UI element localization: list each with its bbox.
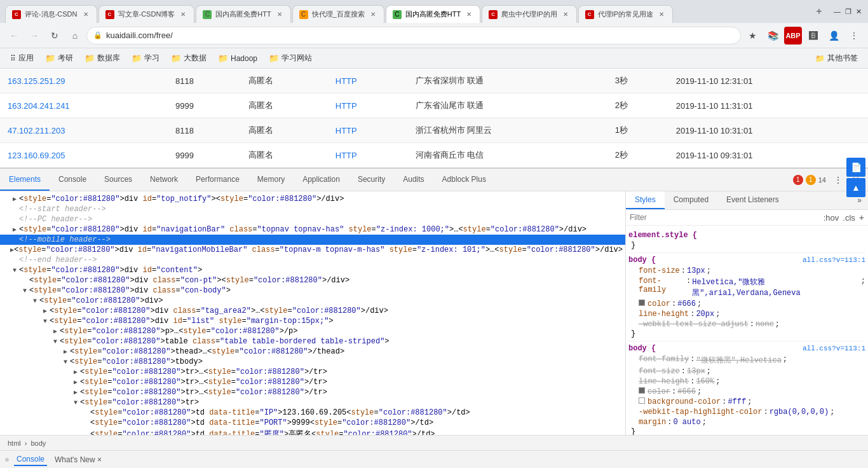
browser-tab-2[interactable]: C 写文章-CSDN博客 ✕ xyxy=(98,5,195,23)
tab-close-button[interactable]: ✕ xyxy=(179,10,187,19)
expand-triangle[interactable] xyxy=(71,389,80,396)
filter-input[interactable] xyxy=(630,213,820,222)
browser-tab-4[interactable]: C 快代理_百度搜索 ✕ xyxy=(292,5,384,23)
expand-triangle[interactable] xyxy=(71,368,80,376)
bookmark-item[interactable]: 📁数据库 xyxy=(79,52,125,65)
styles-tab-styles[interactable]: Styles xyxy=(626,191,665,209)
element-line[interactable]: <style="color:#881280">tr>…<style="color… xyxy=(0,387,625,397)
element-line[interactable]: <style="color:#881280">td data-title="PO… xyxy=(0,418,625,428)
element-line[interactable]: <style="color:#881280">tr> xyxy=(0,397,625,408)
tab-close-button[interactable]: ✕ xyxy=(369,10,377,19)
element-line[interactable]: <style="color:#881280">div class="tag_ar… xyxy=(0,306,625,316)
address-bar[interactable]: 🔒 kuaidaili.com/free/ xyxy=(86,27,741,45)
element-line[interactable]: <style="color:#881280">div id="top_notif… xyxy=(0,194,625,204)
expand-triangle[interactable] xyxy=(10,195,19,203)
devtools-tab-audits[interactable]: Audits xyxy=(394,169,433,191)
tab-close-button[interactable]: ✕ xyxy=(657,10,666,19)
bookmark-item[interactable]: ⠿应用 xyxy=(5,52,39,65)
scroll-to-top-button[interactable]: 📄 xyxy=(846,158,865,177)
element-line[interactable]: <style="color:#881280">tbody> xyxy=(0,357,625,367)
tab-close-button[interactable]: ✕ xyxy=(561,10,570,19)
devtools-tab-network[interactable]: Network xyxy=(141,169,187,191)
back-button[interactable]: ← xyxy=(5,27,23,45)
tab-close-button[interactable]: ✕ xyxy=(275,10,284,19)
ip-cell[interactable]: 123.160.69.205 xyxy=(0,143,168,168)
console-tab-0[interactable]: Console xyxy=(14,453,47,466)
filter-plus-button[interactable]: + xyxy=(859,212,864,223)
bookmark-star-button[interactable]: ★ xyxy=(743,27,761,45)
ip-cell[interactable]: 163.125.251.29 xyxy=(0,69,168,93)
devtools-tab-memory[interactable]: Memory xyxy=(248,169,294,191)
element-line[interactable]: <style="color:#881280">td data-title="匿度… xyxy=(0,428,625,435)
expand-triangle[interactable] xyxy=(71,399,80,406)
browser-tab-5[interactable]: C 国内高匿免费HTT ✕ xyxy=(386,5,480,23)
color-swatch[interactable] xyxy=(639,299,645,306)
browser-tab-7[interactable]: C 代理IP的常见用途 ✕ xyxy=(578,5,673,23)
tab-close-button[interactable]: ✕ xyxy=(81,10,90,19)
element-line[interactable]: <style="color:#881280">td data-title="IP… xyxy=(0,408,625,418)
styles-tab-event-listeners[interactable]: Event Listeners xyxy=(717,191,788,209)
bookmark-other[interactable]: 📁其他书签 xyxy=(810,52,863,65)
element-line[interactable]: <style="color:#881280">p>…<style="color:… xyxy=(0,326,625,336)
style-source-link[interactable]: all.css?v=113:1 xyxy=(803,256,865,264)
elements-content[interactable]: <style="color:#881280">div id="top_notif… xyxy=(0,191,625,435)
browser-tab-6[interactable]: C 爬虫中代理IP的用 ✕ xyxy=(482,5,576,23)
bookmark-item[interactable]: 📁学习网站 xyxy=(264,52,317,65)
bookmark-list-button[interactable]: 📚 xyxy=(764,27,782,45)
element-line[interactable]: <!--start header--> xyxy=(0,204,625,214)
devtools-more-button[interactable]: ⋮ xyxy=(830,172,846,188)
expand-triangle[interactable] xyxy=(41,318,50,325)
element-line[interactable]: <style="color:#881280">div class="con-bo… xyxy=(0,286,625,296)
ip-cell[interactable]: 47.102.211.203 xyxy=(0,118,168,143)
element-line[interactable]: <style="color:#881280">tr>…<style="color… xyxy=(0,367,625,377)
expand-triangle[interactable] xyxy=(20,287,29,294)
element-line[interactable]: <!--PC header--> xyxy=(0,214,625,224)
new-tab-button[interactable]: + xyxy=(810,3,828,20)
browser-tab-3[interactable]: C 国内高匿免费HTT ✕ xyxy=(196,5,290,23)
devtools-tab-elements[interactable]: Elements xyxy=(0,169,50,191)
color-swatch[interactable] xyxy=(639,397,645,404)
expand-triangle[interactable] xyxy=(10,226,19,233)
bookmark-item[interactable]: 📁学习 xyxy=(126,52,165,65)
element-line[interactable]: <!--end header--> xyxy=(0,255,625,265)
expand-triangle[interactable] xyxy=(71,378,80,386)
browser-tab-1[interactable]: C 评论-消息-CSDN ✕ xyxy=(5,5,97,23)
expand-triangle[interactable] xyxy=(31,298,39,305)
forward-button[interactable]: → xyxy=(25,27,43,45)
expand-triangle[interactable] xyxy=(61,359,70,366)
filter-cls-button[interactable]: .cls xyxy=(843,213,855,223)
bookmark-item[interactable]: 📁Hadoop xyxy=(213,52,262,64)
bookmark-item[interactable]: 📁考研 xyxy=(40,52,78,65)
ip-cell[interactable]: 163.204.241.241 xyxy=(0,93,168,118)
home-button[interactable]: ⌂ xyxy=(66,27,84,45)
expand-triangle[interactable] xyxy=(51,338,60,345)
breadcrumb-item-body[interactable]: body xyxy=(28,439,48,448)
breadcrumb-item-html[interactable]: html xyxy=(5,439,24,448)
styles-tab-computed[interactable]: Computed xyxy=(665,191,717,209)
close-button[interactable]: ✕ xyxy=(855,8,863,16)
color-swatch[interactable] xyxy=(639,387,645,394)
maximize-button[interactable]: ❐ xyxy=(844,8,852,16)
element-line[interactable]: <style="color:#881280">thead>…<style="co… xyxy=(0,347,625,357)
extension-button[interactable]: 🅱 xyxy=(804,27,822,45)
filter-hov-button[interactable]: :hov xyxy=(824,213,839,223)
element-line[interactable]: <style="color:#881280">div id="navigatio… xyxy=(0,245,625,255)
devtools-tab-console[interactable]: Console xyxy=(50,169,95,191)
devtools-tab-application[interactable]: Application xyxy=(294,169,349,191)
expand-triangle[interactable] xyxy=(61,348,70,355)
element-line[interactable]: <style="color:#881280">div class="con-pt… xyxy=(0,275,625,286)
tab-close-button[interactable]: ✕ xyxy=(465,10,473,19)
style-source-link[interactable]: all.css?v=113:1 xyxy=(803,345,865,352)
expand-triangle[interactable] xyxy=(10,267,19,274)
element-line[interactable]: <style="color:#881280">table class="tabl… xyxy=(0,336,625,347)
refresh-button[interactable]: ↻ xyxy=(46,27,64,45)
element-line[interactable]: <style="color:#881280">div id="navigatio… xyxy=(0,224,625,235)
element-line[interactable]: <style="color:#881280">tr>…<style="color… xyxy=(0,377,625,387)
devtools-tab-performance[interactable]: Performance xyxy=(187,169,248,191)
devtools-tab-adblock-plus[interactable]: Adblock Plus xyxy=(433,169,495,191)
devtools-tab-sources[interactable]: Sources xyxy=(95,169,141,191)
adblock-button[interactable]: ABP xyxy=(784,27,802,45)
bookmark-item[interactable]: 📁大数据 xyxy=(166,52,212,65)
expand-triangle[interactable] xyxy=(51,327,60,335)
profile-button[interactable]: 👤 xyxy=(825,27,843,45)
